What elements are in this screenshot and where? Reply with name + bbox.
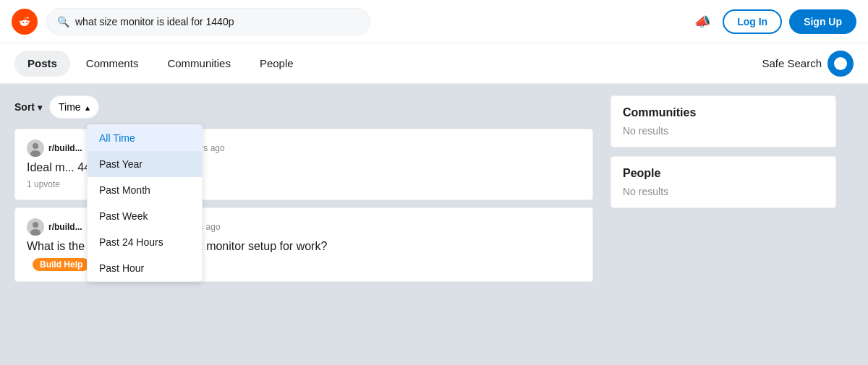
header: 🔍 📣 Log In Sign Up bbox=[0, 0, 868, 43]
svg-point-2 bbox=[33, 143, 38, 149]
search-bar[interactable]: 🔍 bbox=[46, 8, 370, 35]
dropdown-item-past-24-hours[interactable]: Past 24 Hours bbox=[88, 229, 202, 255]
post-avatar-2 bbox=[27, 218, 44, 236]
post-subreddit-1[interactable]: r/build... bbox=[48, 143, 82, 153]
communities-empty: No results bbox=[623, 125, 824, 137]
tabs-left: Posts Comments Communities People bbox=[14, 51, 307, 77]
header-actions: 📣 Log In Sign Up bbox=[689, 9, 856, 35]
svg-point-5 bbox=[33, 222, 38, 228]
tab-communities[interactable]: Communities bbox=[154, 51, 244, 77]
content-area: Sort Time All Time Past Year Past Month … bbox=[0, 84, 868, 301]
time-dropdown-menu: All Time Past Year Past Month Past Week … bbox=[87, 124, 203, 282]
safe-search-toggle[interactable] bbox=[827, 51, 854, 77]
tabs-bar: Posts Comments Communities People Safe S… bbox=[0, 43, 868, 84]
tab-comments[interactable]: Comments bbox=[73, 51, 152, 77]
dropdown-item-all-time[interactable]: All Time bbox=[88, 125, 202, 151]
sort-button[interactable]: Sort bbox=[14, 101, 42, 113]
time-chevron-up-icon bbox=[85, 101, 90, 113]
post-title-1-suffix: ... bbox=[64, 161, 74, 173]
main-column: Sort Time All Time Past Year Past Month … bbox=[14, 95, 593, 289]
dropdown-item-past-week[interactable]: Past Week bbox=[88, 203, 202, 229]
right-column: Communities No results People No results bbox=[610, 95, 836, 289]
time-label: Time bbox=[59, 101, 81, 113]
dropdown-item-past-year[interactable]: Past Year bbox=[88, 151, 202, 177]
people-empty: No results bbox=[623, 186, 824, 197]
signup-button[interactable]: Sign Up bbox=[789, 9, 856, 34]
login-button[interactable]: Log In bbox=[723, 9, 782, 34]
communities-card-title: Communities bbox=[623, 106, 824, 119]
sort-chevron-down-icon bbox=[38, 101, 42, 113]
search-input[interactable] bbox=[75, 16, 359, 27]
communities-card: Communities No results bbox=[610, 95, 836, 147]
safe-search-area: Safe Search bbox=[762, 51, 854, 77]
search-icon: 🔍 bbox=[57, 16, 69, 27]
reddit-logo[interactable] bbox=[12, 9, 38, 35]
people-card: People No results bbox=[610, 156, 836, 208]
tab-posts[interactable]: Posts bbox=[14, 51, 70, 77]
dropdown-item-past-hour[interactable]: Past Hour bbox=[88, 255, 202, 281]
megaphone-button[interactable]: 📣 bbox=[689, 9, 715, 35]
sort-label-text: Sort bbox=[14, 101, 35, 113]
tab-people[interactable]: People bbox=[247, 51, 307, 77]
time-dropdown-button[interactable]: Time bbox=[49, 95, 99, 119]
post-avatar-1 bbox=[27, 139, 44, 157]
sort-row: Sort Time All Time Past Year Past Month … bbox=[14, 95, 593, 119]
dropdown-item-past-month[interactable]: Past Month bbox=[88, 177, 202, 203]
safe-search-label: Safe Search bbox=[762, 57, 822, 69]
post-subreddit-2[interactable]: r/build... bbox=[48, 222, 82, 232]
post-tag-2: Build Help bbox=[33, 258, 90, 271]
people-card-title: People bbox=[623, 167, 824, 180]
